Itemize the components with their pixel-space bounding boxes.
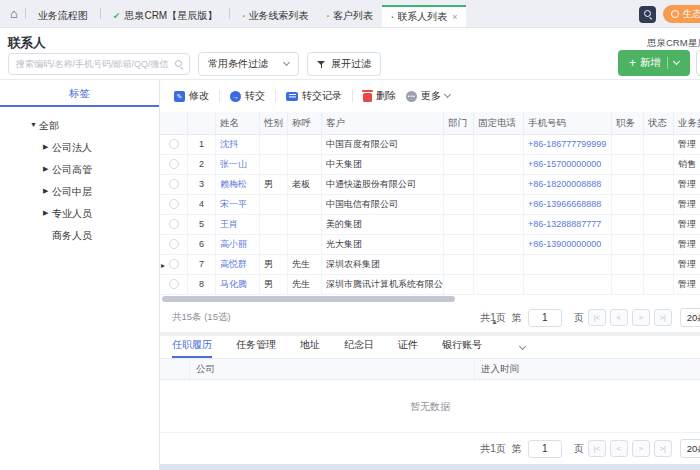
toolbar-label: 转交记录 [302,89,342,103]
browser-tab-bar: ⌂ 业务流程图✔思泉CRM【星辰版】·业务线索列表·客户列表·联系人列表× 生态… [0,0,700,28]
toolbar-more-button[interactable]: 更多 [406,89,450,103]
chevron-down-icon[interactable] [519,343,526,350]
pager-next-button[interactable]: > [632,309,650,326]
table-row[interactable]: 5王肖美的集团+86-13288887777管理 [160,215,700,235]
pager-prev-button[interactable]: < [610,440,628,457]
sidebar-title: 标签 [0,80,159,107]
divider [667,57,668,69]
horizontal-scrollbar[interactable] [160,295,700,303]
cell-customer: 中天集团 [322,155,444,175]
close-icon[interactable]: × [452,12,457,22]
row-radio[interactable] [169,259,179,269]
name-link[interactable]: 沈抖 [220,139,238,149]
detail-tab-4[interactable]: 证件 [398,335,418,358]
global-search-button[interactable] [639,6,656,23]
table-row[interactable]: 3赖梅松男老板中通快递股份有限公司+86-18200008888管理 [160,175,700,195]
cell-status [644,215,674,235]
pager-first-button[interactable]: |< [588,440,606,457]
page-size-select[interactable]: 20条/页 [680,308,700,327]
cell-text: 管理 [678,259,696,269]
pager-last-button[interactable]: >| [654,309,672,326]
topbar-tab-0[interactable]: 业务流程图 [29,5,97,27]
sidebar-item-1[interactable]: ▶公司法人 [0,137,159,159]
table-row[interactable]: 1沈抖中国百度有限公司+86-186777799999管理 [160,135,700,155]
caret-right-icon[interactable]: ▶ [43,158,52,180]
detail-tab-3[interactable]: 纪念日 [344,335,374,358]
eco-app-button[interactable]: 生态应用售后 [663,5,700,23]
name-link[interactable]: 马化腾 [220,279,247,289]
pager-next-button[interactable]: > [632,440,650,457]
mobile-link[interactable]: +86-13900000000 [528,239,601,249]
name-link[interactable]: 赖梅松 [220,179,247,189]
topbar-tab-4[interactable]: ·联系人列表× [382,5,467,27]
clipped-edge-button[interactable] [696,50,700,76]
dot-icon: · [391,12,394,23]
name-link[interactable]: 张一山 [220,159,247,169]
cell-business: 管理 [674,175,700,195]
page-size-select[interactable]: 20条/页 [680,439,700,458]
transfer-icon [230,91,241,102]
topbar-tab-1[interactable]: ✔思泉CRM【星辰版】 [104,5,226,27]
row-radio[interactable] [169,179,179,189]
add-button[interactable]: + 新增 [618,50,690,76]
sidebar-item-0[interactable]: ▼全部 [0,115,159,137]
name-link[interactable]: 宋一平 [220,199,247,209]
name-link[interactable]: 高悦群 [220,259,247,269]
cell-name: 张一山 [216,155,260,175]
mobile-link[interactable]: +86-13288887777 [528,219,601,229]
detail-tab-2[interactable]: 地址 [300,335,320,358]
mobile-link[interactable]: +86-13966668888 [528,199,601,209]
table-row[interactable]: 4宋一平中国电信有限公司+86-13966668888管理 [160,195,700,215]
main-panel: 修改转交转交记录删除更多 姓名性别称呼客户部门固定电话手机号码职务状态业务类型 … [160,80,700,470]
search-input[interactable] [8,53,190,75]
row-radio[interactable] [169,239,179,249]
mobile-link[interactable]: +86-186777799999 [528,139,606,149]
toolbar-delete-button[interactable]: 删除 [363,89,396,103]
toolbar-record-button[interactable]: 转交记录 [286,89,342,103]
pager-first-button[interactable]: |< [588,309,606,326]
grid-header-cell: 状态 [644,112,674,135]
detail-tab-5[interactable]: 银行账号 [442,335,482,358]
row-radio[interactable] [169,279,179,289]
detail-tab-0[interactable]: 任职履历 [172,335,212,358]
row-radio[interactable] [169,139,179,149]
sidebar-item-5[interactable]: 商务人员 [0,225,159,247]
scrollbar-thumb[interactable] [162,296,455,302]
home-icon[interactable]: ⌂ [10,7,18,20]
condition-filter-dropdown[interactable]: 常用条件过滤 [198,52,299,76]
page-number-input[interactable]: 1 [528,309,562,327]
row-radio[interactable] [169,219,179,229]
topbar-tab-2[interactable]: ·业务线索列表 [233,5,317,27]
collapse-panel-icon[interactable]: ▲ [491,318,498,325]
page-number-input[interactable]: 1 [528,440,562,458]
row-radio[interactable] [169,159,179,169]
row-select-cell [160,235,188,255]
caret-right-icon[interactable]: ▶ [43,180,52,202]
pager-prev-button[interactable]: < [610,309,628,326]
caret-down-icon[interactable]: ▼ [30,114,39,136]
mobile-link[interactable]: +86-15700000000 [528,159,601,169]
table-row[interactable]: 6高小丽光大集团+86-13900000000管理 [160,235,700,255]
caret-right-icon[interactable]: ▶ [43,136,52,158]
sidebar-item-2[interactable]: ▶公司高管 [0,159,159,181]
topbar-tab-3[interactable]: ·客户列表 [318,5,382,27]
caret-right-icon[interactable]: ▶ [43,202,52,224]
mobile-link[interactable]: +86-18200008888 [528,179,601,189]
expand-filter-button[interactable]: 展开过滤 [307,52,381,76]
grid-header-cell: 固定电话 [474,112,524,135]
table-row[interactable]: 8马化腾男先生深圳市腾讯计算机系统有限公司管理 [160,275,700,295]
search-icon [643,9,653,19]
table-row[interactable]: 2张一山中天集团+86-15700000000销售 [160,155,700,175]
name-link[interactable]: 王肖 [220,219,238,229]
sidebar-item-4[interactable]: ▶专业人员 [0,203,159,225]
table-row[interactable]: 7高悦群男先生深圳农科集团管理 [160,255,700,275]
pager-last-button[interactable]: >| [654,440,672,457]
toolbar-transfer-button[interactable]: 转交 [230,89,265,103]
detail-tab-1[interactable]: 任务管理 [236,335,276,358]
name-link[interactable]: 高小丽 [220,239,247,249]
cell-customer: 深圳市腾讯计算机系统有限公司 [322,275,444,295]
toolbar-edit-button[interactable]: 修改 [174,89,209,103]
sidebar-item-3[interactable]: ▶公司中层 [0,181,159,203]
row-radio[interactable] [169,199,179,209]
toolbar-label: 修改 [189,89,209,103]
